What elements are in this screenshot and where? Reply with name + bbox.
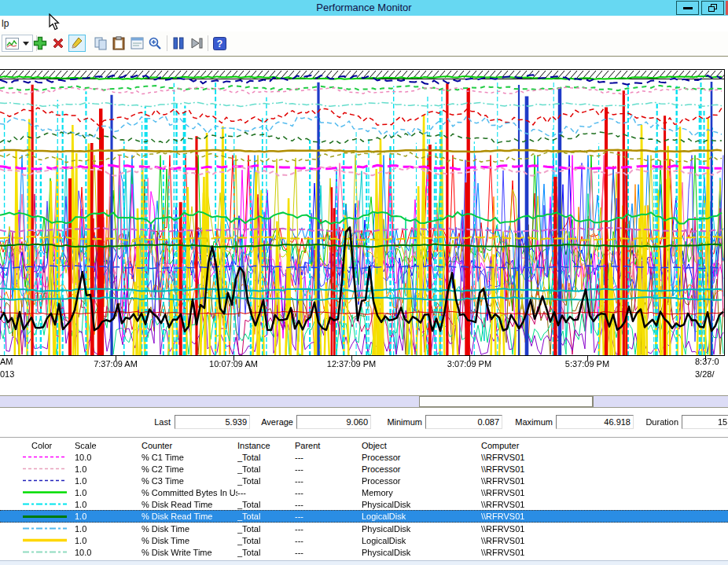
chevron-down-icon <box>23 41 29 46</box>
chart-type-button[interactable] <box>2 35 33 52</box>
legend-cell-scale: 1.0 <box>75 512 142 521</box>
legend-cell-scale: 1.0 <box>75 464 142 474</box>
x-axis-label: 12:37:09 PM <box>327 359 376 369</box>
x-axis-label: 3:07:09 PM <box>447 359 491 369</box>
legend-row-5[interactable]: 1.0% Disk Read Time_Total---LogicalDisk\… <box>0 510 728 523</box>
legend-cell-scale: 10.0 <box>75 548 142 557</box>
legend-cell-counter: % Disk Write Time <box>142 548 237 557</box>
freeze-display-button[interactable] <box>170 35 187 52</box>
legend-cell-computer: \\RFRVS01 <box>481 524 728 534</box>
magnifier-zoom-icon <box>148 36 162 50</box>
update-data-button[interactable] <box>188 35 205 52</box>
restore-icon <box>708 4 717 12</box>
x-axis-label: 7:37:09 AM <box>94 359 138 369</box>
svg-text:?: ? <box>216 39 222 50</box>
legend-cell-counter: % Disk Time <box>142 536 237 545</box>
x-axis-label-left-partial: AM 013 <box>0 355 14 380</box>
legend-cell-computer: \\RFRVS01 <box>481 512 728 521</box>
legend-row-1[interactable]: 1.0% C2 Time_Total---Processor\\RFRVS01 <box>0 463 728 475</box>
legend-cell-instance: _Total <box>237 512 295 521</box>
help-button[interactable]: ? <box>211 35 228 52</box>
counter-legend: ColorScaleCounterInstanceParentObjectCom… <box>0 439 728 558</box>
time-range-bar[interactable] <box>0 395 728 408</box>
paste-counter-list-button[interactable] <box>110 35 127 52</box>
legend-header-parent[interactable]: Parent <box>295 441 362 450</box>
legend-header-color[interactable]: Color <box>0 441 75 450</box>
legend-divider <box>0 437 728 438</box>
properties-icon <box>131 37 144 50</box>
legend-header-counter[interactable]: Counter <box>142 441 237 450</box>
duration-value: 15 <box>682 415 728 429</box>
legend-cell-scale: 1.0 <box>75 500 142 509</box>
minimum-value: 0.087 <box>425 415 502 429</box>
legend-cell-counter: % C3 Time <box>142 476 237 486</box>
legend-row-4[interactable]: 1.0% Disk Read Time_Total---PhysicalDisk… <box>0 498 728 510</box>
legend-cell-parent: --- <box>295 500 362 509</box>
add-counter-button[interactable] <box>31 35 49 52</box>
properties-button[interactable] <box>128 35 145 52</box>
toolbar-separator <box>208 35 208 51</box>
maximum-value: 46.918 <box>556 415 634 429</box>
restore-button[interactable] <box>701 1 724 15</box>
legend-cell-computer: \\RFRVS01 <box>481 488 728 497</box>
maximum-label: Maximum <box>506 417 553 427</box>
zoom-button[interactable] <box>146 35 164 52</box>
graph-area <box>0 69 728 357</box>
time-range-thumb[interactable] <box>419 396 594 407</box>
legend-cell-counter: % Committed Bytes In Use <box>142 488 237 497</box>
duration-label: Duration <box>638 417 678 427</box>
toolbar: ? <box>0 31 728 57</box>
chart-type-icon <box>6 38 19 50</box>
counter-color-swatch <box>22 525 68 532</box>
legend-cell-object: Processor <box>362 464 481 474</box>
legend-row-8[interactable]: 10.0% Disk Write Time_Total---PhysicalDi… <box>0 546 728 558</box>
legend-row-3[interactable]: 1.0% Committed Bytes In Use------Memory\… <box>0 486 728 498</box>
highlight-button[interactable] <box>68 35 86 52</box>
legend-cell-instance: --- <box>237 488 295 497</box>
legend-cell-computer: \\RFRVS01 <box>481 464 728 474</box>
window-title: Performance Monitor <box>0 2 728 13</box>
legend-header-instance[interactable]: Instance <box>237 441 295 450</box>
legend-header-object[interactable]: Object <box>362 441 481 450</box>
help-icon: ? <box>213 37 226 50</box>
x-axis-label-right-partial: 8:37:0 3/28/ <box>695 355 728 380</box>
legend-cell-object: Memory <box>362 488 481 497</box>
legend-cell-parent: --- <box>295 453 362 462</box>
last-label: Last <box>118 417 171 427</box>
legend-header-scale[interactable]: Scale <box>75 441 142 450</box>
legend-cell-instance: _Total <box>237 500 295 509</box>
legend-cell-instance: _Total <box>237 524 295 534</box>
performance-graph <box>0 69 725 357</box>
legend-cell-parent: --- <box>295 536 362 545</box>
legend-cell-scale: 1.0 <box>75 524 142 534</box>
legend-cell-parent: --- <box>295 512 362 521</box>
legend-cell-computer: \\RFRVS01 <box>481 500 728 509</box>
legend-cell-parent: --- <box>295 476 362 486</box>
plus-icon <box>33 36 47 50</box>
legend-cell-parent: --- <box>295 464 362 474</box>
legend-row-6[interactable]: 1.0% Disk Time_Total---PhysicalDisk\\RFR… <box>0 523 728 534</box>
legend-body: 10.0% C1 Time_Total---Processor\\RFRVS01… <box>0 451 728 558</box>
legend-cell-parent: --- <box>295 488 362 497</box>
delete-counter-button[interactable] <box>50 35 67 52</box>
legend-header-computer[interactable]: Computer <box>481 441 728 450</box>
menu-help-partial[interactable]: lp <box>2 18 9 29</box>
minimize-button[interactable] <box>676 1 699 15</box>
legend-cell-instance: _Total <box>237 476 295 486</box>
legend-cell-counter: % Disk Time <box>142 524 237 534</box>
legend-cell-parent: --- <box>295 524 362 534</box>
legend-cell-computer: \\RFRVS01 <box>481 536 728 545</box>
legend-row-7[interactable]: 1.0% Disk Time_Total---LogicalDisk\\RFRV… <box>0 534 728 546</box>
copy-icon <box>94 37 108 50</box>
legend-row-0[interactable]: 10.0% C1 Time_Total---Processor\\RFRVS01 <box>0 451 728 463</box>
paste-clipboard-icon <box>112 36 125 50</box>
performance-monitor-window: Performance Monitor lp <box>0 0 728 565</box>
last-value: 5.939 <box>175 415 250 429</box>
legend-cell-object: Processor <box>362 476 481 486</box>
counter-color-swatch <box>22 453 68 460</box>
window-bottom-edge <box>0 560 728 565</box>
legend-row-2[interactable]: 1.0% C3 Time_Total---Processor\\RFRVS01 <box>0 475 728 486</box>
copy-properties-button[interactable] <box>92 35 109 52</box>
value-bar: Last 5.939 Average 9.060 Minimum 0.087 M… <box>0 414 728 433</box>
legend-cell-instance: _Total <box>237 548 295 557</box>
